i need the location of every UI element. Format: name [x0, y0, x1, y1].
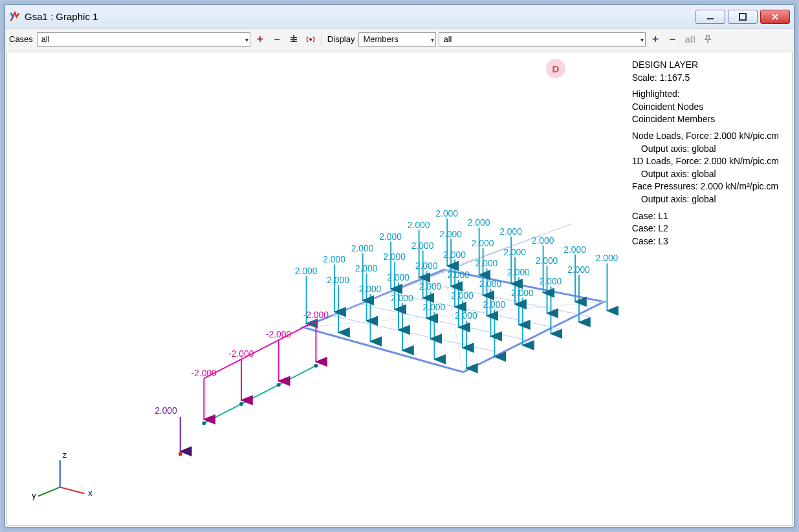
window-title: Gsa1 : Graphic 1 [25, 11, 695, 22]
teal-load-labels: 2.0002.0002.0002.0002.0002.0002.0002.000… [295, 208, 618, 321]
teal-load-label: 2.000 [443, 250, 466, 260]
magenta-load-label: -2.000 [266, 329, 292, 339]
svg-point-68 [314, 364, 318, 368]
magenta-load-label: -2.000 [192, 368, 217, 378]
teal-load-label: 2.000 [596, 253, 618, 263]
info-highlighted-label: Highlighted: [632, 88, 779, 101]
teal-load-label: 2.000 [511, 288, 534, 298]
svg-line-10 [38, 487, 60, 496]
svg-line-59 [204, 366, 316, 423]
teal-load-label: 2.000 [383, 251, 406, 262]
add-filter-button[interactable]: ＋ [648, 32, 662, 47]
magenta-line-load: -2.000-2.000-2.000-2.000 [192, 310, 329, 425]
svg-rect-1 [739, 14, 746, 20]
remove-filter-button[interactable]: − [665, 32, 679, 47]
chevron-down-icon: ▾ [640, 36, 644, 43]
teal-load-label: 2.000 [351, 243, 374, 253]
axis-y-label: y [32, 491, 36, 500]
svg-point-66 [277, 383, 281, 387]
teal-load-label: 2.000 [439, 229, 462, 239]
teal-load-label: 2.000 [468, 217, 490, 228]
svg-line-9 [60, 487, 85, 494]
display-dropdown[interactable]: Members ▾ [358, 32, 436, 47]
info-highlighted-2: Coincident Members [632, 113, 779, 126]
all-toggle[interactable]: all [682, 34, 698, 45]
info-output-axis-1: Output axis: global [632, 143, 779, 156]
svg-line-60 [204, 321, 316, 378]
design-layer-badge: D [546, 59, 565, 78]
teal-load-label: 2.000 [411, 240, 434, 251]
teal-load-label: 2.000 [483, 299, 506, 310]
info-1d-loads: 1D Loads, Force: 2.000 kN/m/pic.cm [632, 155, 779, 168]
teal-load-label: 2.000 [387, 272, 410, 282]
svg-point-8 [309, 38, 312, 41]
teal-load-label: 2.000 [451, 290, 474, 301]
info-face-pressures: Face Pressures: 2.000 kN/m²/pic.cm [632, 180, 779, 193]
close-button[interactable] [760, 10, 790, 24]
teal-load-label: 2.000 [564, 244, 586, 255]
teal-load-label: 2.000 [532, 235, 554, 246]
graphics-viewport[interactable]: D DESIGN LAYER Scale: 1:167.5 Highlighte… [6, 52, 793, 526]
display-value: Members [363, 34, 398, 44]
teal-load-label: 2.000 [408, 220, 430, 230]
add-case-button[interactable]: ＋ [253, 32, 267, 47]
toolbar: Cases all ▾ ＋ − Display Members ▾ all ▾ … [5, 28, 794, 50]
cases-dropdown[interactable]: all ▾ [37, 32, 250, 47]
title-bar[interactable]: Gsa1 : Graphic 1 [5, 5, 794, 28]
info-case-2: Case: L2 [632, 222, 779, 235]
info-output-axis-3: Output axis: global [632, 193, 779, 206]
chevron-down-icon: ▾ [431, 36, 434, 43]
teal-load-label: 2.000 [536, 255, 558, 266]
display-label: Display [326, 34, 356, 44]
teal-load-label: 2.000 [540, 276, 562, 286]
supports-icon[interactable] [287, 32, 301, 47]
axis-x-label: x [88, 488, 93, 498]
filter-value: all [443, 34, 452, 44]
teal-load-label: 2.000 [327, 275, 349, 285]
chevron-down-icon: ▾ [245, 36, 248, 43]
teal-load-label: 2.000 [355, 263, 378, 273]
pin-icon[interactable] [701, 32, 715, 47]
teal-load-label: 2.000 [359, 284, 382, 294]
magenta-load-label: -2.000 [303, 310, 329, 320]
teal-load-label: 2.000 [499, 226, 522, 237]
info-highlighted-1: Coincident Nodes [632, 101, 779, 114]
teal-load-label: 2.000 [503, 247, 526, 257]
teal-load-label: 2.000 [455, 310, 477, 321]
magenta-load-label: -2.000 [228, 348, 254, 359]
node-point-load: 2.000 [155, 405, 182, 456]
app-logo-icon [9, 11, 21, 23]
teal-load-label: 2.000 [435, 208, 458, 218]
info-node-loads: Node Loads, Force: 2.000 kN/pic.cm [632, 130, 779, 143]
teal-load-label: 2.000 [419, 281, 442, 292]
axis-triad: x y z [32, 450, 93, 500]
teal-load-label: 2.000 [391, 293, 413, 303]
maximize-button[interactable] [728, 10, 758, 24]
broadcast-icon[interactable] [303, 32, 318, 47]
cases-label: Cases [8, 34, 34, 44]
teal-load-label: 2.000 [379, 231, 402, 242]
teal-load-label: 2.000 [567, 264, 590, 275]
app-window: Gsa1 : Graphic 1 Cases all ▾ ＋ − Display… [5, 5, 794, 527]
teal-load-label: 2.000 [423, 302, 446, 312]
teal-load-label: 2.000 [479, 279, 502, 289]
info-output-axis-2: Output axis: global [632, 168, 779, 181]
info-panel: DESIGN LAYER Scale: 1:167.5 Highlighted:… [632, 59, 779, 248]
remove-case-button[interactable]: − [270, 32, 284, 47]
svg-point-62 [202, 421, 206, 425]
teal-load-label: 2.000 [447, 270, 470, 280]
minimize-button[interactable] [695, 10, 725, 24]
teal-load-label: 2.000 [415, 261, 438, 271]
teal-load-label: 2.000 [507, 267, 530, 277]
teal-load-label: 2.000 [295, 266, 318, 276]
info-title: DESIGN LAYER [632, 59, 779, 72]
axis-z-label: z [63, 450, 67, 460]
svg-line-17 [332, 316, 495, 352]
info-case-1: Case: L1 [632, 210, 779, 223]
filter-dropdown[interactable]: all ▾ [439, 32, 646, 47]
info-scale: Scale: 1:167.5 [632, 72, 779, 85]
svg-point-70 [179, 452, 182, 456]
purple-load-label: 2.000 [155, 405, 177, 416]
info-case-3: Case: L3 [632, 235, 779, 248]
svg-point-64 [239, 402, 243, 406]
